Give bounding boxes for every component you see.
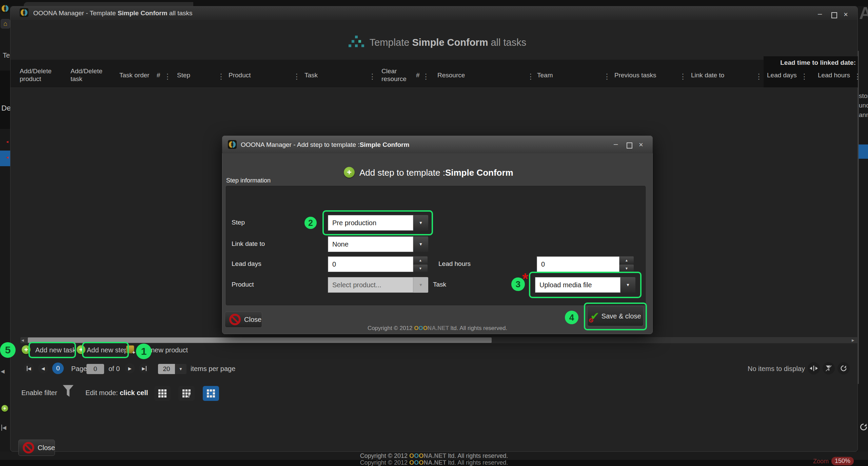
no-items-message: No items to display — [748, 365, 805, 373]
column-menu-icon[interactable]: ⋮ — [422, 73, 430, 80]
column-menu-icon[interactable]: ⋮ — [755, 73, 763, 80]
lead-days-stepper[interactable]: ▲▼ — [413, 256, 428, 272]
page-title: Template Simple Conform all tasks — [370, 37, 527, 48]
product-select-placeholder: Select product... — [328, 277, 413, 293]
refresh-button[interactable] — [837, 362, 850, 374]
dialog-title: OOONA Manager - Add step to template :Si… — [241, 141, 409, 149]
grid-cell-mode-button-selected[interactable] — [203, 386, 219, 401]
dialog-cancel-label: Close — [244, 316, 261, 324]
background-refresh-icon — [859, 423, 868, 433]
background-window-divider — [858, 51, 859, 384]
column-menu-icon[interactable]: ⋮ — [217, 73, 225, 80]
clear-filter-button[interactable] — [823, 362, 835, 374]
template-tasks-icon — [349, 36, 364, 49]
lead-days-field-label: Lead days — [232, 260, 261, 268]
grid-click-mode-button[interactable] — [178, 386, 195, 401]
dialog-logo-icon — [228, 140, 237, 149]
background-left-edge: ⌂ Te Del ◂ ◂ ◀ + ◀ — [0, 6, 10, 460]
scroll-left-icon[interactable]: ◂ — [21, 337, 24, 343]
link-date-dropdown-arrow-icon[interactable]: ▼ — [413, 236, 428, 252]
column-menu-icon[interactable]: ⋮ — [603, 73, 611, 80]
app-logo-icon — [20, 8, 28, 17]
stepper-down-icon[interactable]: ▼ — [413, 265, 428, 272]
task-field-label: Task — [433, 281, 446, 288]
annotation-badge-5: 5 — [0, 342, 16, 358]
column-header-hash-2[interactable]: # — [416, 64, 421, 85]
edit-mode-label: Edit mode: click cell — [85, 389, 148, 397]
page-label: Page — [71, 365, 87, 373]
lead-hours-stepper[interactable]: ▲▼ — [619, 256, 634, 272]
lead-hours-input[interactable]: 0 ▲▼ — [537, 256, 634, 272]
column-header-task[interactable]: Task — [304, 64, 367, 85]
first-page-button[interactable]: ◀ — [24, 363, 34, 373]
page-heading: Template Simple Conform all tasks — [264, 35, 610, 50]
copyright-line-1: Copyright © 2012 OOONA.NET ltd. All righ… — [0, 452, 868, 460]
close-window-button[interactable]: × — [844, 11, 848, 18]
fit-columns-button[interactable] — [808, 362, 820, 374]
next-page-button[interactable]: ▶ — [125, 363, 135, 373]
background-red-marker-icon: ◂ — [6, 155, 8, 160]
background-text-fragment: stom — [859, 92, 868, 100]
dialog-close-button[interactable]: × — [639, 141, 643, 149]
column-menu-icon[interactable]: ⋮ — [369, 73, 376, 80]
home-icon[interactable]: ⌂ — [1, 19, 10, 28]
footer-close-button[interactable]: Close — [18, 440, 55, 456]
dialog-minimize-button[interactable]: – — [614, 140, 618, 148]
stepper-up-icon[interactable]: ▲ — [619, 256, 634, 264]
filter-funnel-icon[interactable] — [62, 384, 75, 400]
column-menu-icon[interactable]: ⋮ — [293, 73, 300, 80]
grid-view-button[interactable] — [154, 386, 171, 401]
maximize-button[interactable] — [831, 12, 837, 18]
annotation-badge-2: 2 — [304, 217, 317, 229]
background-left-panel — [0, 71, 10, 129]
previous-page-button[interactable]: ◀ — [38, 363, 48, 373]
lead-days-input[interactable]: 0 ▲▼ — [328, 256, 428, 272]
page-number-input[interactable]: 0 — [86, 364, 104, 374]
column-menu-icon[interactable]: ⋮ — [527, 73, 534, 80]
column-header-lead-hours[interactable]: Lead hours — [818, 64, 853, 85]
column-header-previous-tasks[interactable]: Previous tasks — [614, 64, 678, 85]
column-menu-icon[interactable]: ⋮ — [801, 73, 808, 80]
column-header-clear-resource[interactable]: Clear resource — [381, 64, 409, 85]
column-header-hash-1[interactable]: # — [157, 64, 163, 85]
background-text-fragment: undin — [859, 102, 868, 109]
product-field-label: Product — [232, 281, 254, 288]
background-text-fragment: anner — [859, 111, 868, 119]
lead-hours-field-label: Lead hours — [438, 260, 471, 268]
stepper-down-icon[interactable]: ▼ — [619, 265, 634, 272]
column-header-resource[interactable]: Resource — [437, 64, 526, 85]
last-page-button[interactable]: ▶ — [139, 363, 149, 373]
column-menu-icon[interactable]: ⋮ — [679, 73, 687, 80]
dialog-maximize-button[interactable] — [627, 142, 632, 149]
background-letter-a: A — [859, 3, 868, 23]
column-header-task-order[interactable]: Task order — [119, 64, 156, 85]
step-information-label: Step information — [226, 177, 271, 184]
column-menu-icon[interactable]: ⋮ — [164, 73, 171, 80]
column-header-link-date-to[interactable]: Link date to — [691, 64, 754, 85]
column-header-product[interactable]: Product — [229, 64, 291, 85]
column-header-step[interactable]: Step — [177, 64, 216, 85]
column-menu-icon[interactable]: ⋮ — [854, 73, 861, 80]
scroll-right-icon[interactable]: ▸ — [852, 337, 854, 343]
background-red-marker-icon: ◂ — [6, 139, 8, 144]
column-header-add-delete-product[interactable]: Add/Delete product — [20, 64, 54, 85]
annotation-outline-save — [584, 303, 647, 330]
minimize-button[interactable]: – — [818, 10, 822, 18]
background-selected-row — [0, 151, 10, 166]
page-size-select[interactable]: 20 — [158, 364, 175, 374]
background-selected-row-right — [859, 144, 868, 159]
lead-hours-value: 0 — [537, 256, 619, 272]
column-header-add-delete-task[interactable]: Add/Delete task — [71, 64, 104, 85]
no-entry-icon — [229, 314, 241, 325]
annotation-outline-add-task — [28, 342, 76, 358]
product-dropdown-arrow-icon: ▼ — [413, 277, 428, 293]
column-header-team[interactable]: Team — [537, 64, 601, 85]
stepper-up-icon[interactable]: ▲ — [413, 256, 428, 264]
no-entry-icon — [23, 442, 34, 453]
required-marker-icon: * — [522, 275, 528, 282]
column-header-lead-days[interactable]: Lead days — [767, 64, 800, 85]
zoom-level-badge[interactable]: 150% — [831, 457, 854, 465]
page-size-dropdown-icon[interactable]: ▼ — [175, 364, 186, 374]
link-date-select[interactable]: None ▼ — [328, 236, 428, 252]
current-page-indicator[interactable]: 0 — [52, 363, 64, 374]
